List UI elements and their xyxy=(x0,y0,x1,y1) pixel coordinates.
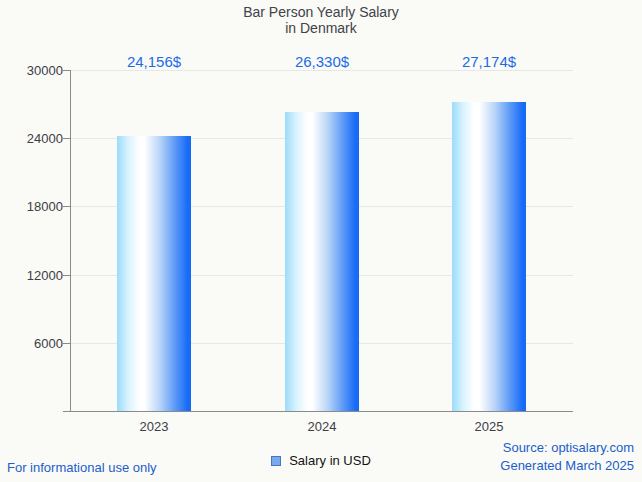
y-axis-label: 24000 xyxy=(7,132,63,145)
bar-value-label: 27,174$ xyxy=(419,53,559,70)
y-axis-label: 6000 xyxy=(7,337,63,350)
source-link[interactable]: Source: optisalary.com xyxy=(500,439,634,457)
bar-2025[interactable] xyxy=(452,102,526,411)
y-axis-line xyxy=(70,70,71,412)
chart-title: Bar Person Yearly Salary in Denmark xyxy=(0,4,642,36)
generated-date: Generated March 2025 xyxy=(500,457,634,475)
bar-value-label: 24,156$ xyxy=(84,53,224,70)
bar-2024[interactable] xyxy=(285,112,359,411)
y-axis-label: 30000 xyxy=(7,64,63,77)
bar-2023[interactable] xyxy=(117,136,191,411)
y-axis-tick xyxy=(63,138,70,139)
y-axis-label: 18000 xyxy=(7,200,63,213)
bar-value-label: 26,330$ xyxy=(252,53,392,70)
x-axis-category-label: 2024 xyxy=(252,419,392,434)
chart-title-line1: Bar Person Yearly Salary xyxy=(0,4,642,20)
chart-canvas: Bar Person Yearly Salary in Denmark 6000… xyxy=(0,0,642,482)
y-axis-tick xyxy=(63,275,70,276)
x-axis-line xyxy=(63,411,573,412)
y-axis-tick xyxy=(63,343,70,344)
gridline xyxy=(70,70,573,71)
disclaimer-text: For informational use only xyxy=(7,460,157,475)
y-axis-tick xyxy=(63,70,70,71)
y-axis-tick xyxy=(63,206,70,207)
legend-swatch-icon xyxy=(271,456,281,466)
x-axis-category-label: 2023 xyxy=(84,419,224,434)
chart-title-line2: in Denmark xyxy=(0,20,642,36)
x-axis-category-label: 2025 xyxy=(419,419,559,434)
legend-label: Salary in USD xyxy=(289,453,371,468)
source-credit: Source: optisalary.com Generated March 2… xyxy=(500,439,634,475)
y-axis-label: 12000 xyxy=(7,269,63,282)
